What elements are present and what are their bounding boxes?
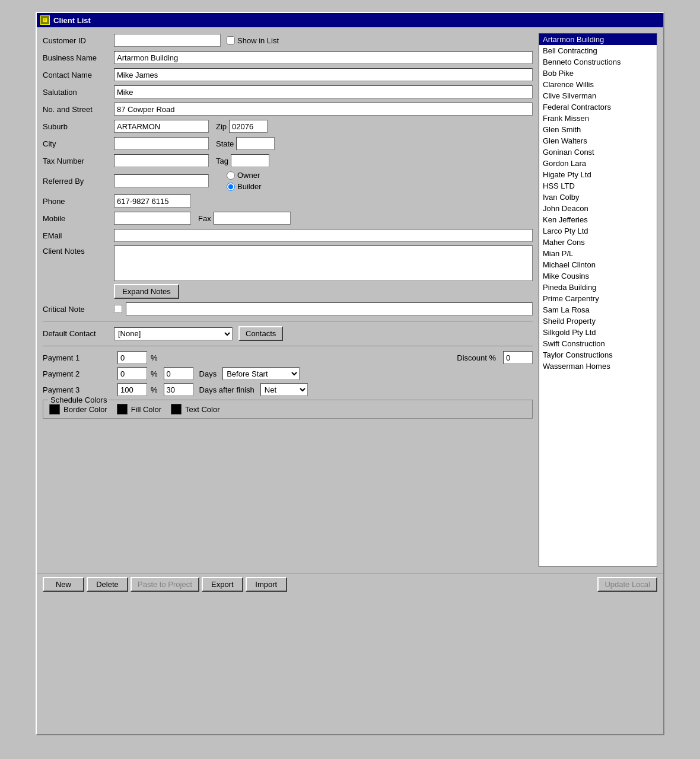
- contacts-button[interactable]: Contacts: [238, 326, 283, 341]
- list-item[interactable]: Frank Missen: [539, 113, 657, 124]
- salutation-input[interactable]: [114, 85, 533, 98]
- suburb-input[interactable]: [114, 120, 209, 133]
- critical-note-input[interactable]: [126, 302, 533, 315]
- zip-input[interactable]: [229, 120, 268, 133]
- list-item[interactable]: Maher Cons: [539, 237, 657, 248]
- owner-radio-row: Owner: [227, 171, 261, 180]
- import-button[interactable]: Import: [246, 577, 287, 592]
- paste-to-project-button[interactable]: Paste to Project: [131, 577, 199, 592]
- text-color-item: Text Color: [171, 404, 220, 414]
- list-item[interactable]: Federal Contractors: [539, 101, 657, 113]
- business-name-input[interactable]: [114, 51, 533, 64]
- list-item[interactable]: Mian P/L: [539, 248, 657, 259]
- expand-notes-row: Expand Notes: [43, 284, 533, 299]
- update-local-button[interactable]: Update Local: [597, 577, 657, 592]
- payment2-pct-input[interactable]: [117, 367, 147, 380]
- list-item[interactable]: HSS LTD: [539, 180, 657, 192]
- client-notes-textarea[interactable]: [114, 245, 533, 281]
- client-notes-label: Client Notes: [43, 245, 114, 256]
- salutation-row: Salutation: [43, 85, 533, 99]
- list-item[interactable]: Clive Silverman: [539, 90, 657, 101]
- payment1-label: Payment 1: [43, 353, 114, 362]
- fill-color-swatch[interactable]: [117, 404, 128, 414]
- list-item[interactable]: Sam La Rosa: [539, 304, 657, 315]
- list-item[interactable]: Bell Contracting: [539, 45, 657, 56]
- show-in-list-label: Show in List: [237, 36, 279, 45]
- list-item[interactable]: Goninan Const: [539, 146, 657, 158]
- payment2-when-select[interactable]: Before Start After Start On Completion: [222, 367, 300, 380]
- list-item[interactable]: Glen Walters: [539, 135, 657, 146]
- list-item[interactable]: Ivan Colby: [539, 192, 657, 203]
- new-button[interactable]: New: [43, 577, 84, 592]
- list-item[interactable]: Higate Pty Ltd: [539, 169, 657, 180]
- list-item[interactable]: Ken Jefferies: [539, 214, 657, 225]
- client-listbox[interactable]: Artarmon BuildingBell ContractingBenneto…: [539, 33, 657, 567]
- right-panel: Artarmon BuildingBell ContractingBenneto…: [539, 33, 657, 567]
- business-name-row: Business Name: [43, 50, 533, 65]
- list-item[interactable]: Artarmon Building: [539, 34, 657, 45]
- list-item[interactable]: Wasserman Homes: [539, 361, 657, 372]
- payment1-pct-label: %: [151, 353, 158, 362]
- tax-number-input[interactable]: [114, 154, 209, 167]
- list-item[interactable]: John Deacon: [539, 203, 657, 214]
- list-item[interactable]: Taylor Constructions: [539, 349, 657, 361]
- export-button[interactable]: Export: [202, 577, 243, 592]
- phone-row: Phone: [43, 194, 533, 208]
- list-item[interactable]: Gordon Lara: [539, 158, 657, 169]
- app-icon: ⊞: [40, 15, 50, 25]
- critical-note-row: Critical Note: [43, 302, 533, 316]
- fill-color-item: Fill Color: [117, 404, 161, 414]
- payment2-row: Payment 2 % Days Before Start After Star…: [43, 367, 533, 380]
- customer-id-input[interactable]: [114, 34, 221, 47]
- list-item[interactable]: Bob Pike: [539, 68, 657, 79]
- payment2-pct-label: %: [151, 369, 158, 378]
- list-item[interactable]: Clarence Willis: [539, 79, 657, 90]
- text-color-swatch[interactable]: [171, 404, 182, 414]
- border-color-swatch[interactable]: [49, 404, 60, 414]
- phone-input[interactable]: [114, 194, 191, 208]
- salutation-label: Salutation: [43, 88, 114, 97]
- state-label: State: [216, 139, 234, 148]
- list-item[interactable]: Swift Construction: [539, 338, 657, 349]
- tag-input[interactable]: [231, 154, 269, 167]
- owner-radio[interactable]: [227, 171, 235, 180]
- discount-input[interactable]: [503, 351, 533, 364]
- email-input[interactable]: [114, 229, 533, 242]
- city-state-row: City State: [43, 136, 533, 151]
- mobile-label: Mobile: [43, 214, 114, 223]
- referred-by-input[interactable]: [114, 174, 209, 187]
- default-contact-select[interactable]: [None]: [114, 327, 233, 340]
- list-item[interactable]: Michael Clinton: [539, 259, 657, 270]
- contact-name-label: Contact Name: [43, 71, 114, 79]
- no-street-input[interactable]: [114, 103, 533, 116]
- payment2-days-input[interactable]: [164, 367, 193, 380]
- contact-name-input[interactable]: [114, 68, 533, 81]
- city-input[interactable]: [114, 137, 209, 150]
- list-item[interactable]: Benneto Constructions: [539, 56, 657, 68]
- show-in-list-checkbox[interactable]: [227, 36, 235, 44]
- list-item[interactable]: Prime Carpentry: [539, 293, 657, 304]
- payment3-days-input[interactable]: [164, 383, 193, 396]
- expand-notes-button[interactable]: Expand Notes: [114, 284, 179, 299]
- list-item[interactable]: Sheild Property: [539, 315, 657, 327]
- title-bar: ⊞ Client List: [37, 13, 663, 27]
- list-item[interactable]: Mike Cousins: [539, 270, 657, 282]
- payment1-pct-input[interactable]: [117, 351, 147, 364]
- list-item[interactable]: Silkgold Pty Ltd: [539, 327, 657, 338]
- critical-note-label: Critical Note: [43, 305, 114, 314]
- state-input[interactable]: [236, 137, 275, 150]
- mobile-input[interactable]: [114, 212, 191, 225]
- list-item[interactable]: Pineda Building: [539, 282, 657, 293]
- payment3-when-select[interactable]: Net Gross Other: [260, 383, 308, 396]
- critical-note-checkbox[interactable]: [114, 305, 122, 313]
- builder-radio-row: Builder: [227, 182, 261, 191]
- delete-button[interactable]: Delete: [87, 577, 128, 592]
- payment3-after-label: Days after finish: [199, 385, 254, 394]
- list-item[interactable]: Larco Pty Ltd: [539, 225, 657, 237]
- builder-radio[interactable]: [227, 183, 235, 191]
- payment3-pct-input[interactable]: [117, 383, 147, 396]
- schedule-colors-legend: Schedule Colors: [48, 396, 109, 404]
- fax-input[interactable]: [214, 212, 291, 225]
- tax-tag-row: Tax Number Tag: [43, 154, 533, 168]
- list-item[interactable]: Glen Smith: [539, 124, 657, 135]
